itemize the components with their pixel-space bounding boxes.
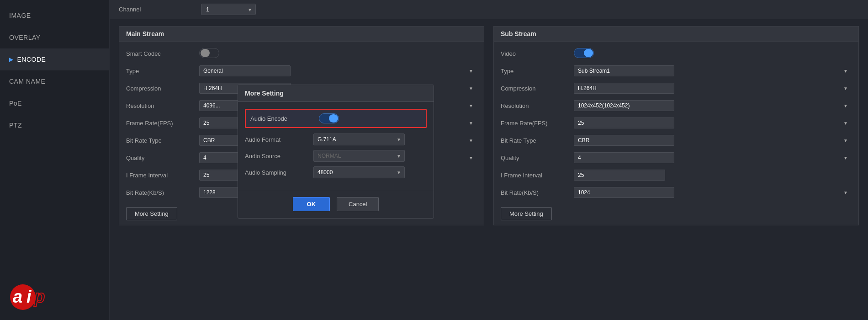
sub-fps-label: Frame Rate(FPS) <box>501 120 574 127</box>
audio-source-row: Audio Source NORMAL ▼ <box>245 150 427 162</box>
audio-sampling-select-wrapper: 48000 44100 8000 ▼ <box>313 166 405 178</box>
main-smart-codec-label: Smart Codec <box>126 50 199 57</box>
audio-format-select[interactable]: G.711A <box>313 133 405 145</box>
sub-compression-value: H.264H ▼ <box>574 83 852 94</box>
main-quality-label: Quality <box>126 155 199 161</box>
sub-resolution-value: 1024x452(1024x452) ▼ <box>574 100 852 111</box>
sub-type-arrow-icon: ▼ <box>843 69 848 74</box>
sub-bitratekbs-select[interactable]: 1024 <box>574 187 674 198</box>
sub-compression-row: Compression H.264H ▼ <box>501 81 852 96</box>
sub-bitratekbs-label: Bit Rate(Kb/S) <box>501 189 574 196</box>
channel-select-wrapper: 1 2 3 4 ▼ <box>201 4 256 15</box>
sub-compression-label: Compression <box>501 85 574 92</box>
modal-cancel-button[interactable]: Cancel <box>337 197 379 211</box>
sidebar-item-poe[interactable]: PoE <box>0 92 109 114</box>
audio-format-row: Audio Format G.711A ▼ <box>245 133 427 145</box>
main-resolution-label: Resolution <box>126 102 199 109</box>
sub-quality-arrow-icon: ▼ <box>843 155 848 160</box>
sidebar-item-image[interactable]: IMAGE <box>0 5 109 27</box>
audio-encode-label: Audio Encode <box>250 115 319 122</box>
sidebar-item-cam-name[interactable]: CAM NAME <box>0 70 109 92</box>
sub-more-setting-button[interactable]: More Setting <box>501 207 552 220</box>
audio-source-select[interactable]: NORMAL <box>313 150 405 162</box>
sub-video-toggle[interactable] <box>574 48 594 58</box>
modal-ok-button[interactable]: OK <box>293 197 330 211</box>
sub-resolution-label: Resolution <box>501 102 574 109</box>
sub-bitrate-type-arrow-icon: ▼ <box>843 138 848 143</box>
main-bitratekbs-label: Bit Rate(Kb/S) <box>126 189 199 196</box>
main-more-setting-button[interactable]: More Setting <box>126 207 177 220</box>
sub-resolution-arrow-icon: ▼ <box>843 103 848 108</box>
sub-bitratekbs-row: Bit Rate(Kb/S) 1024 ▼ <box>501 185 852 200</box>
main-type-label: Type <box>126 68 199 75</box>
main-iframe-label: I Frame Interval <box>126 172 199 179</box>
sub-stream-header: Sub Stream <box>494 27 858 42</box>
svg-text:i: i <box>26 287 32 306</box>
logo: a i p <box>0 274 109 320</box>
sub-stream-section: Sub Stream Video Type Sub Stream1 <box>493 26 859 225</box>
sub-bitrate-type-select[interactable]: CBR <box>574 135 674 146</box>
sub-fps-arrow-icon: ▼ <box>843 121 848 126</box>
sub-type-select[interactable]: Sub Stream1 <box>574 65 674 76</box>
audio-source-label: Audio Source <box>245 153 313 160</box>
modal-body: Audio Encode Audio Format G.711A ▼ Audio… <box>238 102 434 190</box>
sub-video-toggle-knob <box>584 49 593 57</box>
sub-resolution-row: Resolution 1024x452(1024x452) ▼ <box>501 98 852 113</box>
sub-iframe-input[interactable] <box>574 170 665 181</box>
audio-encode-toggle[interactable] <box>319 113 339 123</box>
audio-format-select-wrapper: G.711A ▼ <box>313 133 405 145</box>
modal-title: More Setting <box>238 85 434 102</box>
toggle-knob <box>201 49 210 57</box>
main-type-value: General ▼ <box>199 65 477 76</box>
main-compression-arrow-icon: ▼ <box>469 86 473 91</box>
top-bar: Channel 1 2 3 4 ▼ <box>110 0 868 19</box>
svg-text:a: a <box>13 287 22 306</box>
sub-video-value <box>574 48 852 59</box>
sidebar-item-encode[interactable]: ▶ ENCODE <box>0 48 109 70</box>
streams-container: Main Stream Smart Codec Type General <box>110 19 868 232</box>
sub-type-label: Type <box>501 68 574 75</box>
main-smart-codec-toggle[interactable] <box>199 48 219 58</box>
sub-quality-row: Quality 4 ▼ <box>501 150 852 165</box>
active-arrow-icon: ▶ <box>9 56 14 63</box>
brand-logo: a i p <box>9 283 64 311</box>
sub-type-row: Type Sub Stream1 ▼ <box>501 64 852 78</box>
sub-quality-select[interactable]: 4 <box>574 152 674 163</box>
sub-compression-arrow-icon: ▼ <box>843 86 848 91</box>
audio-source-select-wrapper: NORMAL ▼ <box>313 150 405 162</box>
sidebar-item-ptz[interactable]: PTZ <box>0 114 109 136</box>
main-bitrate-type-label: Bit Rate Type <box>126 137 199 144</box>
sub-bitrate-type-row: Bit Rate Type CBR ▼ <box>501 133 852 148</box>
audio-sampling-label: Audio Sampling <box>245 169 313 176</box>
sidebar-item-overlay[interactable]: OVERLAY <box>0 27 109 48</box>
more-setting-modal: More Setting Audio Encode Audio Format G… <box>238 85 434 219</box>
main-type-arrow-icon: ▼ <box>469 69 473 74</box>
sub-resolution-select[interactable]: 1024x452(1024x452) <box>574 100 674 111</box>
sub-iframe-value <box>574 170 852 181</box>
main-bitrate-type-arrow-icon: ▼ <box>469 138 473 143</box>
sub-video-row: Video <box>501 46 852 61</box>
modal-footer: OK Cancel <box>238 190 434 218</box>
main-compression-label: Compression <box>126 85 199 92</box>
svg-text:p: p <box>34 287 45 306</box>
channel-select[interactable]: 1 2 3 4 <box>201 4 256 15</box>
main-type-select[interactable]: General <box>199 65 291 76</box>
main-content: Channel 1 2 3 4 ▼ Main Stream Smart Code… <box>110 0 868 320</box>
sub-bitrate-type-label: Bit Rate Type <box>501 137 574 144</box>
main-resolution-arrow-icon: ▼ <box>469 103 473 108</box>
audio-sampling-row: Audio Sampling 48000 44100 8000 ▼ <box>245 166 427 178</box>
audio-encode-row: Audio Encode <box>245 109 427 128</box>
sub-compression-select[interactable]: H.264H <box>574 83 674 94</box>
sub-fps-select[interactable]: 25 <box>574 117 674 128</box>
sub-stream-body: Video Type Sub Stream1 ▼ <box>494 42 858 225</box>
sub-quality-value: 4 ▼ <box>574 152 852 163</box>
sub-iframe-row: I Frame Interval <box>501 168 852 182</box>
main-fps-arrow-icon: ▼ <box>469 121 473 126</box>
sub-video-label: Video <box>501 50 574 57</box>
main-fps-label: Frame Rate(FPS) <box>126 120 199 127</box>
main-type-row: Type General ▼ <box>126 64 477 78</box>
channel-label: Channel <box>119 6 192 13</box>
main-stream-header: Main Stream <box>119 27 484 42</box>
sub-fps-value: 25 ▼ <box>574 117 852 128</box>
audio-sampling-select[interactable]: 48000 44100 8000 <box>313 166 405 178</box>
